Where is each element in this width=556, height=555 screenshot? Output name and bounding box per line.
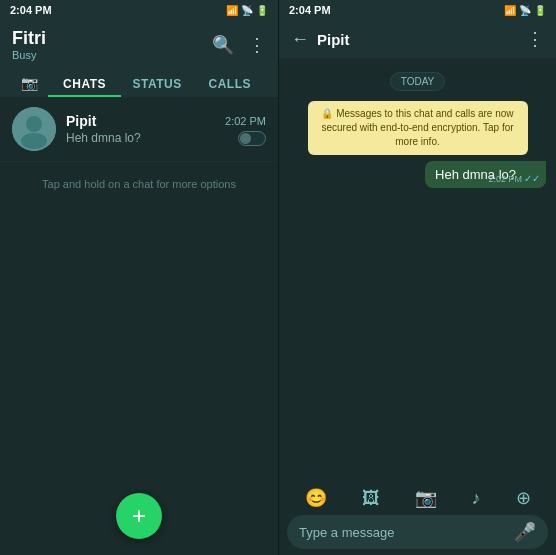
fab-button[interactable]: + [116, 493, 162, 539]
tap-hint: Tap and hold on a chat for more options [0, 162, 278, 206]
tick-icon: ✓✓ [524, 173, 540, 184]
chat-list: Pipit 2:02 PM Heh dmna lo? Tap and hold … [0, 97, 278, 555]
right-panel: 2:04 PM 📶 📡 🔋 ← Pipit ⋮ TODAY 🔒 Messages… [278, 0, 556, 555]
chat-name-pipit: Pipit [66, 113, 96, 129]
tab-camera[interactable]: 📷 [12, 67, 48, 97]
camera-icon: 📷 [21, 75, 39, 91]
contact-info: Pipit [317, 31, 518, 48]
search-icon[interactable]: 🔍 [212, 34, 234, 56]
tab-chats[interactable]: CHATS [48, 69, 121, 97]
left-status-bar: 2:04 PM 📶 📡 🔋 [0, 0, 278, 20]
system-message[interactable]: 🔒 Messages to this chat and calls are no… [308, 101, 528, 155]
right-more-options-icon[interactable]: ⋮ [526, 28, 544, 50]
bubble-time: 2:02 PM ✓✓ [488, 173, 540, 184]
status-tab-label: STATUS [133, 77, 182, 91]
right-status-icons: 📶 📡 🔋 [504, 5, 546, 16]
bottom-bar: 😊 🖼 📷 ♪ ⊕ Type a message 🎤 [279, 479, 556, 555]
location-icon[interactable]: ⊕ [516, 487, 531, 509]
message-input-placeholder[interactable]: Type a message [299, 525, 508, 540]
back-button[interactable]: ← [291, 29, 309, 50]
chat-time-pipit: 2:02 PM [225, 115, 266, 127]
calls-tab-label: CALLS [208, 77, 251, 91]
chat-message-pipit: Heh dmna lo? [66, 131, 141, 145]
app-title-block: Fitri Busy [12, 28, 46, 61]
outgoing-bubble: Heh dmna lo? 2:02 PM ✓✓ [425, 161, 546, 188]
right-status-bar: 2:04 PM 📶 📡 🔋 [279, 0, 556, 20]
chat-info-pipit: Pipit 2:02 PM Heh dmna lo? [66, 113, 266, 146]
right-status-time: 2:04 PM [289, 4, 331, 16]
avatar-pipit [12, 107, 56, 151]
camera-attach-icon[interactable]: 📷 [415, 487, 437, 509]
left-header-top: Fitri Busy 🔍 ⋮ [12, 28, 266, 67]
tab-calls[interactable]: CALLS [193, 69, 266, 97]
left-status-time: 2:04 PM [10, 4, 52, 16]
image-attach-icon[interactable]: 🖼 [362, 488, 380, 509]
music-icon[interactable]: ♪ [472, 488, 481, 509]
chats-tab-label: CHATS [63, 77, 106, 91]
chat-item-pipit[interactable]: Pipit 2:02 PM Heh dmna lo? [0, 97, 278, 162]
emoji-row: 😊 🖼 📷 ♪ ⊕ [287, 485, 548, 511]
contact-name: Pipit [317, 31, 518, 48]
date-badge: TODAY [390, 72, 446, 91]
app-subtitle: Busy [12, 49, 46, 61]
tabs-row: 📷 CHATS STATUS CALLS [12, 67, 266, 97]
emoji-icon[interactable]: 😊 [305, 487, 327, 509]
more-options-icon[interactable]: ⋮ [248, 34, 266, 56]
input-row: Type a message 🎤 [287, 515, 548, 549]
left-panel-body: Pipit 2:02 PM Heh dmna lo? Tap and hold … [0, 97, 278, 555]
right-header: ← Pipit ⋮ [279, 20, 556, 58]
left-status-icons: 📶 📡 🔋 [226, 5, 268, 16]
mic-button[interactable]: 🎤 [514, 521, 536, 543]
fab-icon: + [132, 502, 146, 530]
svg-point-2 [21, 133, 47, 149]
app-title: Fitri [12, 28, 46, 49]
chat-area: TODAY 🔒 Messages to this chat and calls … [279, 58, 556, 479]
svg-point-1 [26, 116, 42, 132]
tab-status[interactable]: STATUS [121, 69, 194, 97]
left-panel: 2:04 PM 📶 📡 🔋 Fitri Busy 🔍 ⋮ 📷 CHATS [0, 0, 278, 555]
header-icons: 🔍 ⋮ [212, 34, 266, 56]
left-header: Fitri Busy 🔍 ⋮ 📷 CHATS STATUS CALLS [0, 20, 278, 97]
chat-toggle-pipit[interactable] [238, 131, 266, 146]
